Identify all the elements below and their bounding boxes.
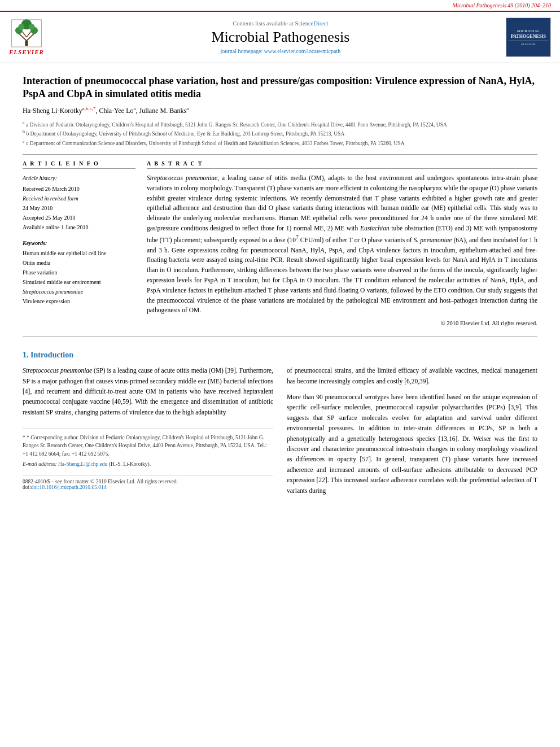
journal-footer: 0882-4010/$ – see front matter © 2010 El…: [23, 475, 273, 490]
available-date: Available online 1 June 2010: [23, 222, 135, 232]
species-name: Streptococcus pneumoniae: [147, 174, 217, 181]
header-center: Contents lists available at ScienceDirec…: [55, 20, 506, 54]
copyright: © 2010 Elsevier Ltd. All rights reserved…: [147, 320, 537, 326]
article-history: Article history: Received 26 March 2010 …: [23, 173, 135, 232]
intro-paragraph-1: Streptococcus pneumoniae (SP) is a leadi…: [23, 365, 273, 417]
introduction-section: 1. Introduction Streptococcus pneumoniae…: [23, 351, 537, 501]
abstract-section: A B S T R A C T Streptococcus pneumoniae…: [147, 160, 537, 326]
article-info-heading: A R T I C L E I N F O: [23, 160, 135, 169]
email-line: E-mail address: Ha-Sheng.Li@chp.edu (H.-…: [23, 460, 273, 468]
journal-logo-box: MICROBIAL PATHOGENESIS ELSEVIER: [506, 18, 551, 57]
article-info-abstract: A R T I C L E I N F O Article history: R…: [23, 160, 537, 326]
elsevier-header: ELSEVIER Contents lists available at Sci…: [0, 12, 560, 63]
doi-link[interactable]: doi:10.1016/j.micpath.2010.05.014: [31, 484, 107, 490]
svg-point-9: [29, 24, 35, 30]
doi-line: doi:doi:10.1016/j.micpath.2010.05.014: [23, 484, 273, 490]
journal-logo-title: MICROBIAL: [517, 29, 540, 33]
email-address[interactable]: Ha-Sheng.Li@chp.edu: [58, 461, 107, 467]
history-heading: Article history:: [23, 173, 135, 183]
divider: [23, 154, 537, 155]
abstract-text: Streptococcus pneumoniae, a leading caus…: [147, 173, 537, 316]
svg-line-1: [19, 33, 27, 41]
article-content: Interaction of pneumococcal phase variat…: [0, 63, 560, 513]
footnote-area: * * Corresponding author. Division of Pe…: [23, 429, 273, 468]
accepted-date: Accepted 25 May 2010: [23, 213, 135, 222]
article-title: Interaction of pneumococcal phase variat…: [23, 75, 537, 101]
received-revised-date: 24 May 2010: [23, 203, 135, 213]
keyword-4: Simulated middle ear environment: [23, 277, 135, 287]
intro-right-col: of pneumococcal strains, and the limited…: [287, 365, 537, 501]
journal-citation: Microbial Pathogenesis 49 (2010) 204–210: [452, 2, 551, 8]
affiliations: a a Division of Pediatric Otolaryngology…: [23, 120, 537, 147]
keyword-2: Otitis media: [23, 258, 135, 268]
affiliation-a: a a Division of Pediatric Otolaryngology…: [23, 120, 537, 129]
keyword-1: Human middle ear epithelial cell line: [23, 248, 135, 258]
sp-name: Streptococcus pneumoniae: [23, 367, 92, 374]
received-date: Received 26 March 2010: [23, 184, 135, 194]
svg-rect-0: [25, 41, 28, 46]
keyword-6: Virulence expression: [23, 296, 135, 306]
article-info: A R T I C L E I N F O Article history: R…: [23, 160, 135, 326]
page: Microbial Pathogenesis 49 (2010) 204–210: [0, 0, 560, 747]
elsevier-logo-area: ELSEVIER: [9, 19, 44, 55]
journal-bar: Microbial Pathogenesis 49 (2010) 204–210: [0, 0, 560, 12]
footnote-text: * * Corresponding author. Division of Pe…: [23, 434, 273, 458]
svg-line-2: [27, 33, 34, 41]
svg-point-8: [18, 24, 24, 30]
intro-paragraph-3: More than 90 pneumococcal serotypes have…: [287, 392, 537, 496]
author-names: Ha-Sheng Li-Korotkya,b,c,*, Chia-Yee Loa…: [23, 107, 189, 115]
journal-logo-publisher: ELSEVIER: [521, 43, 535, 46]
affiliation-b: b b Department of Otolaryngology, Univer…: [23, 129, 537, 138]
elsevier-wordmark: ELSEVIER: [9, 49, 44, 55]
journal-homepage: journal homepage: www.elsevier.com/locat…: [221, 48, 341, 54]
authors: Ha-Sheng Li-Korotkya,b,c,*, Chia-Yee Loa…: [23, 106, 537, 115]
sciencedirect-label: Contents lists available at ScienceDirec…: [233, 20, 328, 27]
keywords-list: Human middle ear epithelial cell line Ot…: [23, 248, 135, 306]
received-revised-label: Received in revised form: [23, 194, 135, 203]
email-suffix: (H.-S. Li-Korotky).: [109, 461, 151, 467]
journal-logo-main: PATHOGENESIS: [511, 34, 546, 39]
intro-paragraph-2: of pneumococcal strains, and the limited…: [287, 365, 537, 386]
abstract-heading: A B S T R A C T: [147, 160, 537, 169]
email-label: E-mail address:: [23, 461, 57, 467]
intro-left-col: Streptococcus pneumoniae (SP) is a leadi…: [23, 365, 273, 501]
keyword-3: Phase variation: [23, 268, 135, 277]
sciencedirect-link-text[interactable]: ScienceDirect: [295, 20, 329, 27]
introduction-title: 1. Introduction: [23, 351, 537, 360]
divider-2: [23, 337, 537, 337]
keywords-title: Keywords:: [23, 240, 135, 246]
journal-title: Microbial Pathogenesis: [212, 29, 350, 46]
affiliation-c: c c Department of Communication Science …: [23, 138, 537, 147]
elsevier-tree-icon: [10, 19, 43, 47]
keywords-section: Keywords: Human middle ear epithelial ce…: [23, 240, 135, 306]
intro-columns: Streptococcus pneumoniae (SP) is a leadi…: [23, 365, 537, 501]
issn-line: 0882-4010/$ – see front matter © 2010 El…: [23, 479, 273, 484]
keyword-5: Streptococcus pneumoniae: [23, 287, 135, 296]
